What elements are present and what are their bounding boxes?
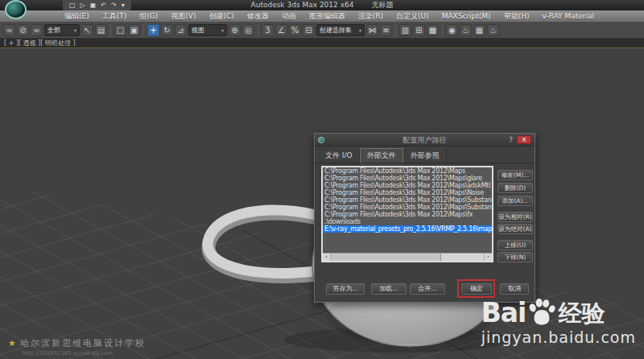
reference-coordinate-dropdown[interactable]: 视图 ▾ [188, 24, 227, 36]
select-by-name-icon[interactable]: ▤ [95, 24, 107, 36]
bind-to-space-warp-icon[interactable]: ≈ [31, 24, 43, 36]
horizontal-scrollbar[interactable]: ‹ › [323, 253, 492, 261]
undo-icon[interactable]: ↶ [101, 0, 106, 10]
path-row[interactable]: C:\Program Files\Autodesk\3ds Max 2012\M… [323, 189, 492, 196]
path-row-selected[interactable]: E:\v-ray_material_presets_pro_2.5.16\VRM… [323, 225, 492, 233]
school-name-text: 哈尔滨新思维电脑设计学校 [20, 337, 146, 349]
schematic-view-icon[interactable]: ▩ [427, 24, 439, 36]
menu-group[interactable]: 组(G) [133, 10, 164, 22]
graph-editors-icon[interactable]: ⊞ [413, 24, 425, 36]
chevron-down-icon: ▾ [357, 25, 361, 35]
scroll-left-icon[interactable]: ‹ [323, 254, 331, 261]
snaps-toggle-icon[interactable]: 3 [262, 24, 274, 36]
modify-button[interactable]: 修改(M)... [497, 170, 533, 180]
school-watermark: ★ 哈尔滨新思维电脑设计学校 http://323991385.qzone.qq… [8, 337, 146, 357]
angle-snap-icon[interactable]: ∠ [275, 24, 287, 36]
tab-external-files[interactable]: 外部文件 [360, 148, 403, 164]
menu-bar: 编辑(E) 工具(T) 组(G) 视图(V) 创建(C) 修改器 动画 图形编辑… [0, 10, 644, 22]
dialog-close-icon[interactable]: × [517, 135, 531, 144]
jingyan-url-text: jingyan.baidu.com [481, 328, 636, 346]
use-pivot-point-icon[interactable]: ⊕ [229, 24, 241, 36]
window-crossing-icon[interactable]: ▣ [128, 24, 140, 36]
menu-modifiers[interactable]: 修改器 [241, 10, 275, 22]
document-title: 无标题 [371, 0, 393, 10]
path-row[interactable]: C:\Program Files\Autodesk\3ds Max 2012\M… [323, 204, 492, 211]
tab-file-io[interactable]: 文件 I/O [318, 148, 360, 164]
select-and-move-icon[interactable]: + [147, 24, 159, 36]
menu-maxscript[interactable]: MAXScript(M) [436, 10, 497, 22]
dialog-help-icon[interactable]: ? [509, 134, 513, 146]
select-and-link-icon[interactable]: ∞ [3, 24, 15, 36]
scrollbar-track[interactable] [331, 254, 484, 261]
rendered-frame-window-icon[interactable]: ▦ [473, 24, 485, 36]
make-relative-button[interactable]: 设为相对(R) [497, 212, 533, 222]
move-down-button[interactable]: 下移(N) [497, 252, 533, 262]
align-icon[interactable]: ≡ [380, 24, 392, 36]
menu-help[interactable]: 帮助(H) [497, 10, 536, 22]
path-row[interactable]: C:\Program Files\Autodesk\3ds Max 2012\M… [323, 211, 492, 218]
path-row[interactable]: C:\Program Files\Autodesk\3ds Max 2012\M… [323, 196, 492, 204]
menu-tools[interactable]: 工具(T) [96, 10, 134, 22]
dialog-titlebar[interactable]: 配置用户路径 ? × [315, 134, 535, 146]
select-object-icon[interactable]: ↖ [81, 24, 93, 36]
menu-create[interactable]: 创建(C) [202, 10, 240, 22]
jingyan-brand-text: 经验 [558, 299, 605, 327]
tab-xrefs[interactable]: 外部参照 [403, 148, 447, 164]
delete-button[interactable]: 删除(D) [497, 183, 533, 193]
save-as-button[interactable]: 另存为... [326, 283, 365, 295]
render-setup-icon[interactable]: ♨ [460, 24, 472, 36]
ok-button-annotation-highlight [457, 279, 495, 298]
chevron-down-icon: ▾ [219, 25, 224, 35]
menu-vray-material[interactable]: v-RAY Material [535, 10, 601, 22]
add-button[interactable]: 添加(A)... [497, 196, 533, 206]
quick-access-toolbar: □ ▷ ▣ ↶ ↷ ▾ [63, 0, 131, 10]
configure-user-paths-dialog: 配置用户路径 ? × 文件 I/O 外部文件 外部参照 C:\Program F… [314, 133, 535, 303]
dialog-tabs: 文件 I/O 外部文件 外部参照 [318, 148, 447, 164]
toolbar-separator [258, 24, 258, 36]
redo-icon[interactable]: ↷ [111, 0, 117, 10]
menu-rendering[interactable]: 渲染(R) [352, 10, 390, 22]
baidu-jingyan-watermark: Bai 经验 jingyan.baidu.com [481, 298, 636, 346]
menu-views[interactable]: 视图(V) [164, 10, 202, 22]
rectangular-selection-icon[interactable]: □ [114, 24, 126, 36]
viewport-label-strip: [ + ][ 透视 ][ 明暗处理 ] [0, 39, 644, 47]
baidu-paw-icon [526, 298, 557, 325]
percent-snap-icon[interactable]: % [289, 24, 301, 36]
scrollbar-thumb[interactable] [331, 254, 441, 261]
manage-layers-icon[interactable]: ▥ [399, 24, 411, 36]
open-file-icon[interactable]: ▷ [80, 0, 85, 10]
menu-animation[interactable]: 动画 [275, 10, 303, 22]
path-row[interactable]: C:\Program Files\Autodesk\3ds Max 2012\M… [323, 175, 492, 182]
menu-customize[interactable]: 自定义(U) [390, 10, 436, 22]
render-production-icon[interactable]: ♨ [487, 24, 499, 36]
selection-filter-dropdown[interactable]: 全部 ▾ [44, 24, 80, 36]
path-row[interactable]: C:\Program Files\Autodesk\3ds Max 2012\M… [323, 182, 492, 189]
path-row[interactable]: .\downloads [323, 218, 492, 225]
save-file-icon[interactable]: ▣ [90, 0, 97, 10]
menu-graph-editors[interactable]: 图形编辑器 [303, 10, 352, 22]
menu-edit[interactable]: 编辑(E) [58, 10, 96, 22]
move-up-button[interactable]: 上移(U) [497, 240, 533, 250]
mirror-icon[interactable]: ⋈ [366, 24, 378, 36]
quickbar-more-icon[interactable]: ▾ [122, 0, 125, 10]
app-title: Autodesk 3ds Max 2012 x64 [251, 0, 354, 10]
use-selection-center-icon[interactable]: ◎ [242, 24, 254, 36]
cancel-button[interactable]: 取消 [500, 283, 529, 295]
school-url-text: http://323991385.qzone.qq.com [22, 350, 146, 357]
select-and-rotate-icon[interactable]: ↻ [161, 24, 173, 36]
make-absolute-button[interactable]: 设为绝对(A) [497, 224, 533, 234]
merge-button[interactable]: 合并... [410, 283, 445, 295]
spinner-snap-icon[interactable]: ⊟ [303, 24, 315, 36]
unlink-selection-icon[interactable]: ⊘ [17, 24, 29, 36]
material-editor-icon[interactable]: ◉ [446, 24, 458, 36]
named-selection-set-dropdown[interactable]: 创建选择集 ▾ [316, 24, 365, 36]
path-row[interactable]: C:\Program Files\Autodesk\3ds Max 2012\M… [323, 167, 492, 175]
viewport-label[interactable]: [ + ][ 透视 ][ 明暗处理 ] [0, 39, 644, 47]
scroll-right-icon[interactable]: › [484, 254, 492, 261]
select-and-scale-icon[interactable]: ⊿ [175, 24, 187, 36]
load-button[interactable]: 加载... [371, 283, 407, 295]
new-file-icon[interactable]: □ [69, 0, 76, 10]
toolbar-separator [442, 24, 443, 36]
external-files-path-list[interactable]: C:\Program Files\Autodesk\3ds Max 2012\M… [321, 166, 493, 262]
3dsmax-logo-icon[interactable] [5, 0, 27, 19]
